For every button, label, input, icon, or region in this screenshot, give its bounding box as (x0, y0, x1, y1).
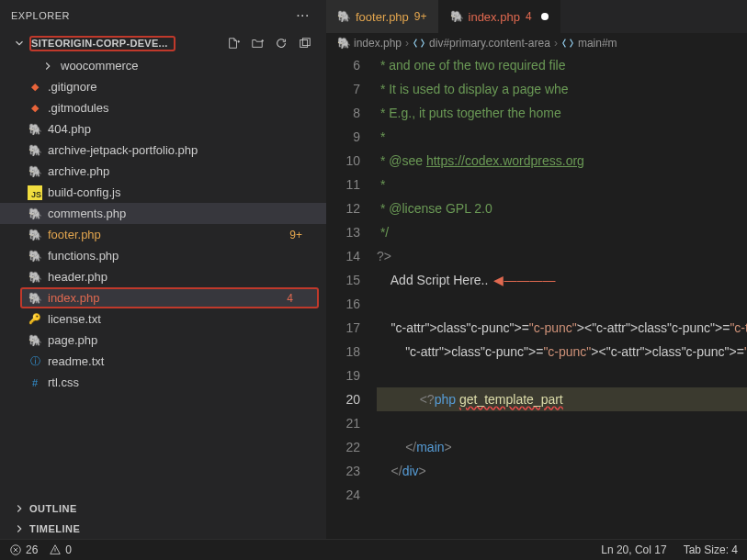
chevron-right-icon (13, 522, 26, 535)
php-icon: 🐘 (28, 164, 42, 179)
tree-item[interactable]: 🐘comments.php (0, 203, 326, 224)
chevron-down-icon (13, 37, 26, 50)
explorer-header: EXPLORER ··· (0, 0, 326, 31)
file-label: archive.php (48, 164, 311, 178)
new-folder-icon[interactable] (249, 35, 266, 51)
tab-label: footer.php (356, 10, 409, 24)
tab-size[interactable]: Tab Size: 4 (684, 543, 738, 556)
editor-area: 🐘footer.php9+🐘index.php4 🐘 index.php › d… (326, 0, 747, 539)
tree-item[interactable]: #rtl.css (0, 372, 326, 393)
tree-item[interactable]: 🐘404.php (0, 118, 326, 140)
warning-icon (49, 543, 62, 556)
file-label: index.php (48, 291, 287, 305)
tab-label: index.php (469, 10, 520, 24)
file-label: page.php (48, 333, 311, 347)
lic-icon: 🔑 (28, 312, 42, 327)
code-editor[interactable]: 6789101112131415161718192021222324 * and… (326, 53, 747, 539)
file-label: .gitmodules (48, 101, 311, 115)
git-icon: ◆ (28, 101, 42, 116)
code-lines[interactable]: * and one of the two required file * It … (377, 53, 747, 539)
svg-rect-0 (300, 40, 308, 48)
status-bar: 26 0 Ln 20, Col 17 Tab Size: 4 (0, 539, 747, 560)
tree-item[interactable]: 🐘footer.php9+ (0, 224, 326, 245)
explorer-title: EXPLORER (11, 10, 70, 21)
file-label: readme.txt (48, 354, 311, 368)
tab-badge: 9+ (414, 10, 427, 23)
chevron-right-icon: › (554, 37, 558, 50)
dirty-indicator (541, 13, 549, 20)
tree-item[interactable]: 🐘archive.php (0, 161, 326, 182)
file-label: header.php (48, 270, 311, 284)
arrow-annotation: ◀———— (493, 273, 555, 287)
file-label: build-config.js (48, 185, 311, 199)
timeline-section[interactable]: TIMELINE (0, 519, 326, 539)
chevron-right-icon: › (405, 37, 409, 50)
tree-item[interactable]: 🐘index.php4 (20, 287, 319, 308)
file-label: .gitignore (48, 80, 311, 94)
tree-item[interactable]: 🔑license.txt (0, 308, 326, 330)
tree-item[interactable]: ◆.gitignore (0, 76, 326, 97)
php-icon: 🐘 (28, 143, 42, 158)
folder-name: SITEORIGIN-CORP-DEVE... (29, 36, 175, 51)
file-label: footer.php (48, 228, 289, 241)
file-label: license.txt (48, 312, 311, 326)
svg-rect-1 (302, 39, 310, 46)
tree-item[interactable]: woocommerce (0, 55, 326, 76)
php-icon: 🐘 (28, 249, 42, 263)
php-icon: 🐘 (28, 207, 42, 221)
problems-warnings[interactable]: 0 (49, 543, 72, 556)
file-label: functions.php (48, 249, 311, 263)
php-icon: 🐘 (28, 333, 42, 348)
js-icon: JS (28, 185, 42, 200)
folder-header[interactable]: SITEORIGIN-CORP-DEVE... (0, 31, 326, 55)
tree-item[interactable]: ◆.gitmodules (0, 97, 326, 118)
refresh-icon[interactable] (273, 35, 289, 51)
cursor-position[interactable]: Ln 20, Col 17 (601, 543, 666, 556)
css-icon: # (28, 375, 42, 390)
brackets-icon (561, 37, 574, 50)
tab-badge: 4 (526, 10, 532, 23)
chevron-right-icon (13, 502, 26, 515)
more-icon[interactable]: ··· (290, 7, 315, 24)
tab-bar: 🐘footer.php9+🐘index.php4 (326, 0, 747, 33)
outline-section[interactable]: OUTLINE (0, 498, 326, 519)
file-label: woocommerce (61, 59, 311, 73)
tree-item[interactable]: 🐘functions.php (0, 245, 326, 266)
php-icon: 🐘 (28, 122, 42, 137)
breadcrumb[interactable]: 🐘 index.php › div#primary.content-area ›… (326, 33, 747, 53)
editor-tab[interactable]: 🐘footer.php9+ (326, 0, 439, 33)
tree-item[interactable]: 🐘archive-jetpack-portfolio.php (0, 140, 326, 161)
php-icon: 🐘 (337, 37, 350, 50)
tree-item[interactable]: 🐘page.php (0, 330, 326, 351)
file-badge: 9+ (289, 229, 311, 241)
error-icon (9, 543, 22, 556)
git-icon: ◆ (28, 80, 42, 95)
tree-item[interactable]: JSbuild-config.js (0, 182, 326, 203)
php-icon: 🐘 (450, 10, 463, 23)
problems-errors[interactable]: 26 (9, 543, 38, 556)
php-icon: 🐘 (28, 270, 42, 285)
collapse-icon[interactable] (297, 35, 313, 51)
php-icon: 🐘 (28, 228, 42, 242)
editor-tab[interactable]: 🐘index.php4 (439, 0, 560, 33)
file-label: rtl.css (48, 375, 311, 389)
new-file-icon[interactable] (225, 35, 242, 51)
file-tree: woocommerce◆.gitignore◆.gitmodules🐘404.p… (0, 55, 326, 498)
gutter: 6789101112131415161718192021222324 (326, 53, 377, 539)
php-icon: 🐘 (28, 291, 42, 306)
file-badge: 4 (287, 292, 302, 305)
php-icon: 🐘 (337, 10, 350, 23)
explorer-sidebar: EXPLORER ··· SITEORIGIN-CORP-DEVE... woo… (0, 0, 326, 539)
chev-icon (40, 59, 55, 73)
info-icon: ⓘ (28, 354, 42, 369)
tree-item[interactable]: ⓘreadme.txt (0, 351, 326, 372)
brackets-icon (413, 37, 425, 50)
file-label: 404.php (48, 122, 311, 136)
file-label: comments.php (48, 207, 311, 220)
file-label: archive-jetpack-portfolio.php (48, 143, 311, 157)
tree-item[interactable]: 🐘header.php (0, 266, 326, 287)
